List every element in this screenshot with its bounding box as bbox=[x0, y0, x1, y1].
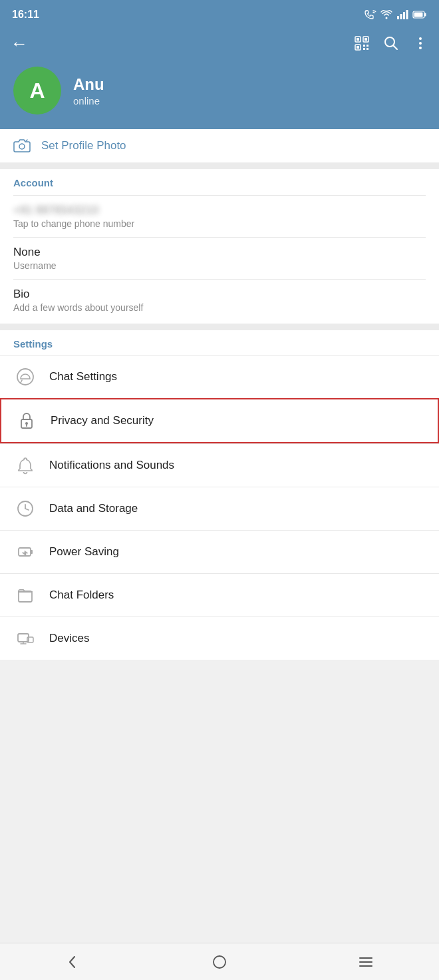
bottom-nav bbox=[0, 943, 439, 980]
settings-divider bbox=[0, 324, 439, 330]
svg-rect-0 bbox=[397, 16, 399, 19]
svg-point-21 bbox=[419, 47, 422, 49]
settings-item-data[interactable]: Data and Storage bbox=[0, 487, 439, 530]
svg-rect-1 bbox=[400, 14, 402, 19]
settings-item-chat[interactable]: Chat Settings bbox=[0, 355, 439, 398]
phone-number-value: +91 9876543210 bbox=[13, 204, 426, 217]
back-button[interactable]: ← bbox=[11, 35, 28, 52]
devices-label: Devices bbox=[49, 632, 89, 645]
svg-rect-3 bbox=[406, 10, 408, 19]
svg-rect-14 bbox=[366, 45, 368, 47]
folder-icon bbox=[13, 583, 37, 607]
status-bar: 16:11 bbox=[0, 0, 439, 29]
svg-point-22 bbox=[19, 144, 25, 149]
svg-rect-13 bbox=[363, 45, 365, 47]
settings-section: Settings Chat Settings Privacy and Secur… bbox=[0, 330, 439, 660]
data-storage-label: Data and Storage bbox=[49, 502, 138, 515]
chat-icon bbox=[13, 365, 37, 389]
profile-header: A Anu online bbox=[0, 61, 439, 129]
settings-item-privacy[interactable]: Privacy and Security bbox=[0, 398, 439, 443]
svg-line-23 bbox=[26, 140, 27, 141]
svg-rect-2 bbox=[403, 12, 405, 19]
camera-icon bbox=[13, 138, 31, 153]
profile-info: Anu online bbox=[73, 75, 104, 107]
username-item[interactable]: None Username bbox=[13, 237, 426, 279]
status-icons bbox=[365, 10, 427, 19]
username-sub: Username bbox=[13, 260, 426, 271]
svg-line-18 bbox=[394, 46, 398, 50]
svg-point-38 bbox=[214, 956, 225, 968]
nav-menu-button[interactable] bbox=[293, 943, 439, 980]
phone-call-icon bbox=[365, 10, 376, 19]
chat-folders-label: Chat Folders bbox=[49, 589, 114, 602]
battery-saving-icon bbox=[13, 540, 37, 564]
svg-rect-16 bbox=[366, 48, 368, 50]
bio-item[interactable]: Bio Add a few words about yourself bbox=[13, 279, 426, 324]
settings-item-power[interactable]: Power Saving bbox=[0, 530, 439, 573]
search-button[interactable] bbox=[383, 35, 399, 51]
privacy-security-label: Privacy and Security bbox=[51, 414, 154, 427]
username-value: None bbox=[13, 246, 426, 259]
svg-rect-6 bbox=[414, 13, 423, 17]
wifi-icon bbox=[380, 10, 392, 19]
svg-line-31 bbox=[25, 509, 29, 510]
profile-name: Anu bbox=[73, 75, 104, 94]
clock-icon bbox=[13, 497, 37, 521]
qr-button[interactable] bbox=[354, 35, 370, 51]
power-saving-label: Power Saving bbox=[49, 545, 119, 559]
lock-icon bbox=[15, 409, 39, 433]
profile-status: online bbox=[73, 95, 104, 107]
toolbar-right bbox=[354, 35, 428, 51]
settings-item-folders[interactable]: Chat Folders bbox=[0, 573, 439, 616]
account-section-title: Account bbox=[13, 177, 426, 195]
bio-label: Bio bbox=[13, 288, 426, 301]
nav-home-button[interactable] bbox=[146, 943, 293, 980]
account-section: Account +91 9876543210 Tap to change pho… bbox=[0, 169, 439, 324]
svg-rect-12 bbox=[357, 46, 359, 49]
settings-item-devices[interactable]: Devices bbox=[0, 616, 439, 660]
set-photo-label: Set Profile Photo bbox=[41, 139, 126, 152]
toolbar-left: ← bbox=[11, 35, 28, 52]
avatar: A bbox=[13, 67, 61, 115]
signal-icon bbox=[396, 10, 408, 19]
toolbar: ← bbox=[0, 29, 439, 61]
svg-rect-15 bbox=[363, 48, 365, 50]
devices-icon bbox=[13, 626, 37, 650]
phone-number-item[interactable]: +91 9876543210 Tap to change phone numbe… bbox=[13, 195, 426, 237]
account-divider bbox=[0, 162, 439, 169]
settings-section-title: Settings bbox=[0, 330, 439, 355]
svg-point-19 bbox=[419, 37, 422, 40]
nav-back-button[interactable] bbox=[0, 943, 146, 980]
svg-rect-33 bbox=[31, 550, 33, 554]
battery-icon bbox=[412, 11, 427, 19]
svg-point-20 bbox=[419, 42, 422, 45]
bio-sub: Add a few words about yourself bbox=[13, 302, 426, 313]
settings-item-notifications[interactable]: Notifications and Sounds bbox=[0, 443, 439, 487]
notifications-label: Notifications and Sounds bbox=[49, 459, 174, 472]
chat-settings-label: Chat Settings bbox=[49, 370, 117, 383]
set-profile-photo-row[interactable]: Set Profile Photo bbox=[0, 129, 439, 162]
svg-rect-8 bbox=[357, 38, 359, 41]
svg-line-25 bbox=[21, 380, 22, 383]
bell-icon bbox=[13, 453, 37, 477]
svg-rect-10 bbox=[365, 38, 367, 41]
phone-number-sub: Tap to change phone number bbox=[13, 218, 426, 229]
status-time: 16:11 bbox=[12, 9, 39, 21]
svg-point-24 bbox=[17, 369, 33, 385]
more-button[interactable] bbox=[412, 35, 428, 51]
svg-rect-5 bbox=[424, 13, 426, 17]
